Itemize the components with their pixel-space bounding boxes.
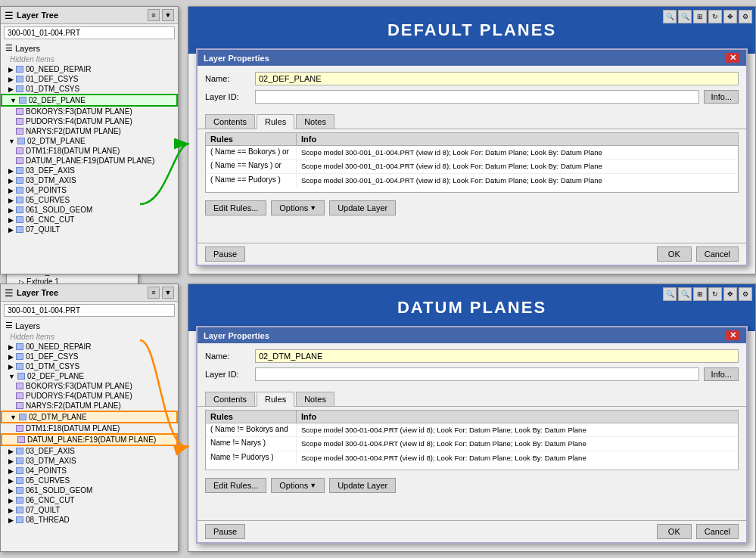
lw-bot-item-10[interactable]: ▶06_CNC_CUT	[1, 495, 178, 505]
pp-bottom-edit-rules-btn[interactable]: Edit Rules...	[205, 478, 266, 493]
lw-bot-item-3-2[interactable]: PUDORYS:F4(DATUM PLANE)	[1, 391, 178, 401]
pp-bottom-tab-rules[interactable]: Rules	[257, 392, 294, 407]
lw-top-item-3-1[interactable]: BOKORYS:F3(DATUM PLANE)	[1, 107, 178, 116]
lw-bottom-settings[interactable]: ≡	[148, 287, 160, 299]
pp-top-cancel-btn[interactable]: Cancel	[696, 246, 739, 262]
lw-bot-item-11[interactable]: ▶07_QUILT	[1, 505, 178, 515]
lw-bot-item-4-1[interactable]: DTM1:F18(DATUM PLANE)	[1, 423, 178, 433]
lw-top-item-3-3[interactable]: NARYS:F2(DATUM PLANE)	[1, 126, 178, 136]
pp-top-ok-btn[interactable]: OK	[657, 246, 692, 262]
pp-top-name-label: Name:	[205, 74, 250, 83]
pp-top-rule-0-info: Scope model 300-001_01-004.PRT (view id …	[297, 146, 738, 159]
pan-icon[interactable]: ✥	[723, 10, 737, 23]
lw-bottom-menu[interactable]: ▼	[162, 287, 174, 299]
lw-bot-item-7[interactable]: ▶04_POINTS	[1, 466, 178, 476]
layer-box-icon	[16, 353, 23, 360]
pp-bottom-options-btn[interactable]: Options ▼	[271, 478, 325, 493]
pp-top-toolbar: 🔍 🔍 ⊞ ↻ ✥ ⚙	[663, 10, 752, 23]
lw-bot-item-1[interactable]: ▶01_DEF_CSYS	[1, 352, 178, 361]
pp-bottom-tab-contents[interactable]: Contents	[205, 392, 255, 406]
pp-bottom-layerid-row: Layer ID: Info...	[205, 367, 739, 381]
lw-top-item-7[interactable]: ▶04_POINTS	[1, 185, 178, 195]
lw-bot-item-9[interactable]: ▶061_SOLID_GEOM	[1, 485, 178, 495]
pp-top-tab-rules[interactable]: Rules	[257, 114, 294, 129]
lw-top-hidden-items: Hidden Items	[1, 54, 178, 64]
pp-bottom-tab-notes[interactable]: Notes	[296, 392, 334, 406]
zoom-fit2-icon[interactable]: ⊞	[693, 287, 707, 301]
pp-bottom-dialog-title: Layer Properties	[204, 331, 269, 340]
layer-box-icon	[16, 226, 23, 233]
pp-top-tab-contents[interactable]: Contents	[205, 114, 255, 129]
pan2-icon[interactable]: ✥	[723, 287, 737, 301]
lw-bot-item-5[interactable]: ▶03_DEF_AXIS	[1, 446, 178, 456]
lw-top-item-9[interactable]: ▶061_SOLID_GEOM	[1, 205, 178, 215]
pp-top-name-input[interactable]	[255, 72, 739, 85]
zoom-out-icon[interactable]: 🔍	[678, 10, 692, 23]
pp-bottom-name-input[interactable]	[255, 349, 739, 363]
pp-top-pause-btn[interactable]: Pause	[205, 246, 245, 262]
zoom-in-icon[interactable]: 🔍	[663, 10, 677, 23]
pp-top-update-layer-btn[interactable]: Update Layer	[329, 200, 396, 215]
zoom-out2-icon[interactable]: 🔍	[678, 287, 692, 301]
pp-top-edit-rules-btn[interactable]: Edit Rules...	[205, 200, 266, 215]
settings3-icon[interactable]: ⚙	[739, 287, 752, 301]
lw-top-item-4-1[interactable]: DTM1:F18(DATUM PLANE)	[1, 146, 178, 156]
pp-bottom-pause-btn[interactable]: Pause	[205, 524, 245, 539]
pp-top-close-btn[interactable]: ✕	[726, 53, 740, 63]
layer-box-icon	[16, 76, 23, 82]
lw-bot-item-8[interactable]: ▶05_CURVES	[1, 476, 178, 485]
settings2-icon[interactable]: ⚙	[739, 10, 752, 23]
pp-bottom-cancel-btn[interactable]: Cancel	[696, 524, 739, 539]
lw-bot-item-3-1[interactable]: BOKORYS:F3(DATUM PLANE)	[1, 381, 178, 391]
pp-top-col1-header: Rules	[206, 133, 297, 145]
lw-top-item-2[interactable]: ▶01_DTM_CSYS	[1, 84, 178, 94]
layer-box-icon	[16, 85, 23, 92]
pp-bottom-layerid-input[interactable]	[255, 367, 699, 381]
lw-bot-item-2[interactable]: ▶01_DTM_CSYS	[1, 361, 178, 371]
lw-top-item-4-2[interactable]: DATUM_PLANE:F19(DATUM PLANE)	[1, 156, 178, 166]
lw-top-item-11[interactable]: ▶07_QUILT	[1, 225, 178, 234]
lw-top-item-4-dtmplane[interactable]: ▼02_DTM_PLANE	[1, 136, 178, 146]
pp-bottom-col1-header: Rules	[206, 411, 297, 423]
lw-top-item-3-defplane[interactable]: ▼02_DEF_PLANE	[1, 94, 178, 107]
pp-bottom-info-btn[interactable]: Info...	[704, 367, 739, 381]
pp-top-ok-cancel: OK Cancel	[657, 246, 739, 262]
plane-shape-icon	[16, 392, 23, 399]
lw-bot-item-3-3[interactable]: NARYS:F2(DATUM PLANE)	[1, 401, 178, 411]
layer-box-icon	[16, 206, 23, 213]
lw-top-item-6[interactable]: ▶03_DTM_AXIS	[1, 175, 178, 185]
rotate2-icon[interactable]: ↻	[708, 287, 722, 301]
lw-bot-item-6[interactable]: ▶03_DTM_AXIS	[1, 456, 178, 466]
lw-bot-item-3[interactable]: ▼02_DEF_PLANE	[1, 371, 178, 381]
lw-top-item-10[interactable]: ▶06_CNC_CUT	[1, 215, 178, 225]
lw-bot-item-4-2[interactable]: DATUM_PLANE:F19(DATUM PLANE)	[1, 433, 178, 446]
pp-top-layerid-input[interactable]	[255, 90, 699, 104]
lw-bot-item-0[interactable]: ▶00_NEED_REPAIR	[1, 342, 178, 352]
lw-top-item-8[interactable]: ▶05_CURVES	[1, 195, 178, 205]
pp-bottom-rules-header: Rules Info	[206, 411, 738, 423]
layer-box-icon	[16, 363, 23, 370]
plane-shape-icon	[16, 402, 23, 409]
lw-top-item-1[interactable]: ▶01_DEF_CSYS	[1, 74, 178, 84]
pp-top-tab-notes[interactable]: Notes	[296, 114, 334, 129]
lw-top-item-3-2[interactable]: PUDORYS:F4(DATUM PLANE)	[1, 116, 178, 126]
zoom-in2-icon[interactable]: 🔍	[663, 287, 677, 301]
layer-box-icon	[16, 216, 23, 223]
lw-bot-item-12[interactable]: ▶08_THREAD	[1, 515, 178, 525]
pp-bottom-ok-btn[interactable]: OK	[657, 524, 692, 539]
lw-top-item-5[interactable]: ▶03_DEF_AXIS	[1, 166, 178, 175]
pp-top-rule-2-info: Scope model 300-001_01-004.PRT (view id …	[297, 174, 738, 187]
layer-box-icon	[16, 187, 23, 194]
pp-top-options-btn[interactable]: Options ▼	[271, 200, 325, 215]
lw-top-settings[interactable]: ≡	[148, 9, 160, 21]
pp-bottom-rule-0-text: ( Name != Bokorys and	[206, 423, 297, 436]
rotate-icon[interactable]: ↻	[708, 10, 722, 23]
lw-bot-item-4-dtmplane[interactable]: ▼02_DTM_PLANE	[1, 411, 178, 423]
pp-bottom-close-btn[interactable]: ✕	[726, 330, 740, 340]
lw-top-menu[interactable]: ▼	[162, 9, 174, 21]
pp-bottom-update-layer-btn[interactable]: Update Layer	[329, 478, 396, 493]
lw-top-item-0[interactable]: ▶00_NEED_REPAIR	[1, 64, 178, 74]
zoom-fit-icon[interactable]: ⊞	[693, 10, 707, 23]
layer-box-icon	[16, 477, 23, 484]
pp-top-info-btn[interactable]: Info...	[704, 90, 739, 104]
